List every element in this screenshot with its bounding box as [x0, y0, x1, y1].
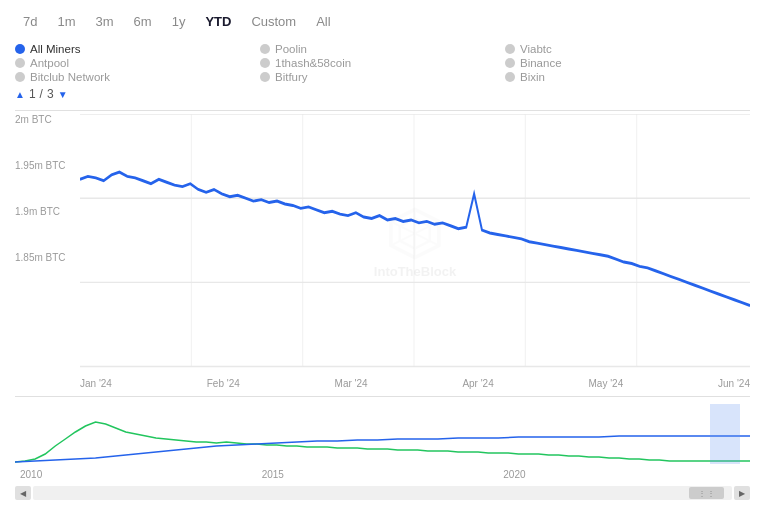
scrollbar-grip-icon: ⋮⋮ — [698, 489, 716, 498]
x-label-feb: Feb '24 — [207, 378, 240, 389]
legend-dot-viabtc — [505, 44, 515, 54]
page-up-arrow[interactable]: ▲ — [15, 89, 25, 100]
x-label-apr: Apr '24 — [462, 378, 493, 389]
app-container: 7d 1m 3m 6m 1y YTD Custom All All Miners… — [0, 0, 765, 510]
tab-6m[interactable]: 6m — [126, 10, 160, 33]
legend-dot-binance — [505, 58, 515, 68]
legend-item-bitclub[interactable]: Bitclub Network — [15, 71, 260, 83]
x-label-jun: Jun '24 — [718, 378, 750, 389]
legend-item-bitfury[interactable]: Bitfury — [260, 71, 505, 83]
legend-dot-bixin — [505, 72, 515, 82]
scrollbar-thumb[interactable]: ⋮⋮ — [689, 487, 724, 499]
tab-1y[interactable]: 1y — [164, 10, 194, 33]
mini-chart-divider — [15, 396, 750, 397]
x-label-mar: Mar '24 — [335, 378, 368, 389]
tab-3m[interactable]: 3m — [88, 10, 122, 33]
main-chart-container: 2m BTC 1.95m BTC 1.9m BTC 1.85m BTC Into… — [15, 114, 750, 393]
x-label-may: May '24 — [589, 378, 624, 389]
legend-label-binance: Binance — [520, 57, 562, 69]
legend-item-bixin[interactable]: Bixin — [505, 71, 750, 83]
mini-x-label-2015: 2015 — [262, 469, 284, 480]
page-current: 1 — [29, 87, 36, 101]
page-separator: / — [40, 87, 43, 101]
legend-label-all-miners: All Miners — [30, 43, 80, 55]
mini-chart-svg-wrapper — [15, 404, 750, 464]
legend-dot-bitfury — [260, 72, 270, 82]
mini-x-label-2020: 2020 — [503, 469, 525, 480]
y-label-195m: 1.95m BTC — [15, 160, 66, 171]
tab-custom[interactable]: Custom — [243, 10, 304, 33]
legend-label-antpool: Antpool — [30, 57, 69, 69]
mini-chart-svg — [15, 404, 750, 464]
legend: All Miners Poolin Viabtc Antpool 1thash&… — [15, 43, 750, 83]
scroll-right-arrow[interactable]: ▶ — [734, 486, 750, 500]
legend-item-1thash[interactable]: 1thash&58coin — [260, 57, 505, 69]
mini-x-axis: 2010 2015 2020 — [15, 464, 750, 484]
mini-chart-highlight — [710, 404, 740, 464]
page-total: 3 — [47, 87, 54, 101]
legend-dot-bitclub — [15, 72, 25, 82]
chart-svg-wrapper: IntoTheBlock — [80, 114, 750, 368]
scrollbar-nav: ◀ ⋮⋮ ▶ — [15, 486, 750, 500]
legend-item-binance[interactable]: Binance — [505, 57, 750, 69]
time-tabs: 7d 1m 3m 6m 1y YTD Custom All — [15, 10, 750, 33]
mini-chart-container: 2010 2015 2020 — [15, 404, 750, 484]
x-axis-labels: Jan '24 Feb '24 Mar '24 Apr '24 May '24 … — [80, 373, 750, 393]
legend-label-bixin: Bixin — [520, 71, 545, 83]
y-label-2m: 2m BTC — [15, 114, 52, 125]
main-chart-area: 2m BTC 1.95m BTC 1.9m BTC 1.85m BTC Into… — [15, 114, 750, 500]
y-label-19m: 1.9m BTC — [15, 206, 60, 217]
tab-all[interactable]: All — [308, 10, 338, 33]
page-down-arrow[interactable]: ▼ — [58, 89, 68, 100]
scroll-left-arrow[interactable]: ◀ — [15, 486, 31, 500]
legend-item-poolin[interactable]: Poolin — [260, 43, 505, 55]
legend-label-bitfury: Bitfury — [275, 71, 308, 83]
legend-dot-all-miners — [15, 44, 25, 54]
legend-label-poolin: Poolin — [275, 43, 307, 55]
legend-item-antpool[interactable]: Antpool — [15, 57, 260, 69]
tab-1m[interactable]: 1m — [49, 10, 83, 33]
legend-item-all-miners[interactable]: All Miners — [15, 43, 260, 55]
legend-dot-poolin — [260, 44, 270, 54]
legend-dot-1thash — [260, 58, 270, 68]
tab-ytd[interactable]: YTD — [197, 10, 239, 33]
main-chart-svg — [80, 114, 750, 368]
legend-label-bitclub: Bitclub Network — [30, 71, 110, 83]
y-label-185m: 1.85m BTC — [15, 252, 66, 263]
legend-label-1thash: 1thash&58coin — [275, 57, 351, 69]
x-label-jan: Jan '24 — [80, 378, 112, 389]
pagination: ▲ 1 / 3 ▼ — [15, 87, 750, 101]
mini-x-label-2010: 2010 — [20, 469, 42, 480]
chart-divider — [15, 110, 750, 111]
scrollbar-track[interactable]: ⋮⋮ — [33, 486, 732, 500]
tab-7d[interactable]: 7d — [15, 10, 45, 33]
legend-label-viabtc: Viabtc — [520, 43, 552, 55]
legend-item-viabtc[interactable]: Viabtc — [505, 43, 750, 55]
legend-dot-antpool — [15, 58, 25, 68]
